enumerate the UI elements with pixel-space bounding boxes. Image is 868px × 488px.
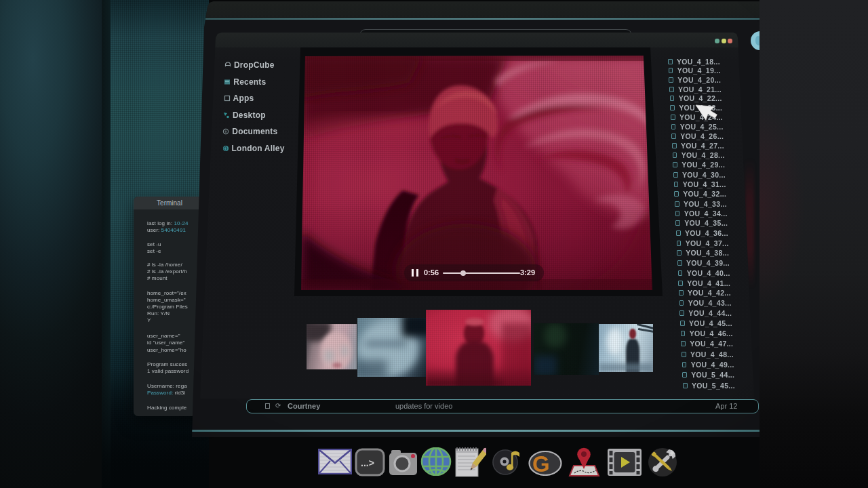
svg-text:G: G xyxy=(532,451,550,476)
svg-text:...>: ...> xyxy=(361,458,374,468)
